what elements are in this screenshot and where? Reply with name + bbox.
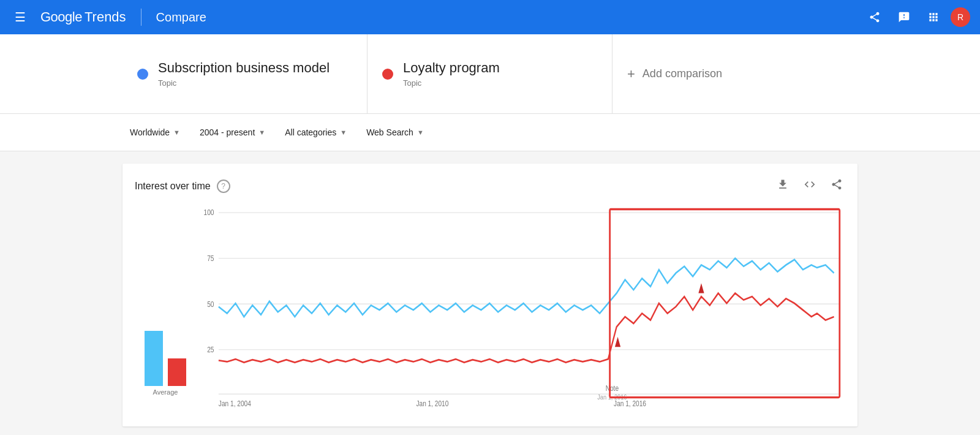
chart-svg: 100 75 50 25 Jan 1, 2004 Jan 1, 2010 Jan…: [196, 206, 845, 414]
region-filter-label: Worldwide: [130, 127, 170, 137]
main-content: Interest over time ?: [0, 151, 980, 435]
time-filter-arrow: ▼: [258, 129, 265, 136]
embed-button[interactable]: [801, 176, 818, 196]
blue-line: [219, 259, 834, 317]
term2-info: Loyalty program Topic: [403, 60, 500, 88]
card-header: Interest over time ?: [135, 176, 845, 196]
time-filter[interactable]: 2004 - present ▼: [192, 123, 273, 142]
feedback-icon: [898, 11, 910, 23]
term2-name: Loyalty program: [403, 60, 500, 76]
share-chart-button[interactable]: [828, 176, 845, 196]
search-type-filter-label: Web Search: [366, 127, 413, 137]
red-arrow-1: [615, 337, 620, 347]
svg-text:Jan 1, 2004: Jan 1, 2004: [219, 399, 251, 407]
average-bar-chart: [145, 312, 186, 386]
term1-name: Subscription business model: [158, 60, 330, 76]
search-type-filter[interactable]: Web Search ▼: [359, 123, 431, 142]
red-arrow-2: [698, 283, 704, 293]
chart-container: Average 100 75 50 25 Jan 1, 2: [135, 206, 845, 414]
bar-red: [168, 358, 186, 386]
logo-google: Google: [40, 9, 82, 25]
card-actions: [774, 176, 845, 196]
bar-blue: [145, 331, 163, 386]
highlight-box: [610, 209, 840, 397]
category-filter-arrow: ▼: [340, 129, 347, 136]
svg-text:75: 75: [207, 254, 214, 262]
term1-type: Topic: [158, 78, 330, 88]
note-label: Note: [606, 384, 619, 392]
header-icons: R: [862, 5, 970, 29]
search-area: Subscription business model Topic Loyalt…: [0, 34, 980, 151]
search-term-2[interactable]: Loyalty program Topic: [368, 34, 612, 113]
card-title: Interest over time: [135, 181, 211, 192]
interest-over-time-card: Interest over time ?: [123, 164, 858, 426]
region-filter[interactable]: Worldwide ▼: [123, 123, 187, 142]
feedback-button[interactable]: [892, 5, 916, 29]
svg-text:50: 50: [207, 300, 214, 308]
apps-button[interactable]: [921, 5, 946, 29]
chart-main: 100 75 50 25 Jan 1, 2004 Jan 1, 2010 Jan…: [196, 206, 845, 414]
category-filter-label: All categories: [285, 127, 336, 137]
time-filter-label: 2004 - present: [200, 127, 255, 137]
card-title-area: Interest over time ?: [135, 180, 230, 193]
term1-info: Subscription business model Topic: [158, 60, 330, 88]
svg-text:Jan 1, 2010: Jan 1, 2010: [416, 399, 448, 407]
chart-sidebar: Average: [135, 206, 196, 414]
region-filter-arrow: ▼: [173, 129, 180, 136]
share-icon: [869, 11, 881, 23]
red-line: [219, 293, 834, 363]
search-term-1[interactable]: Subscription business model Topic: [123, 34, 368, 113]
menu-icon[interactable]: ☰: [10, 5, 31, 29]
help-icon[interactable]: ?: [217, 180, 230, 193]
category-filter[interactable]: All categories ▼: [277, 123, 354, 142]
term1-dot: [137, 69, 148, 80]
logo: Google Trends: [40, 9, 126, 25]
logo-trends: Trends: [85, 9, 126, 25]
header: ☰ Google Trends Compare R: [0, 0, 980, 34]
add-comparison-label: Add comparison: [643, 67, 722, 80]
header-divider: [141, 9, 141, 26]
filter-bar: Worldwide ▼ 2004 - present ▼ All categor…: [0, 114, 980, 151]
search-type-filter-arrow: ▼: [417, 129, 424, 136]
svg-text:25: 25: [207, 346, 214, 354]
add-comparison-button[interactable]: + Add comparison: [612, 34, 858, 113]
term2-dot: [382, 69, 393, 80]
apps-icon: [927, 11, 940, 23]
search-terms-bar: Subscription business model Topic Loyalt…: [0, 34, 980, 114]
download-button[interactable]: [774, 176, 791, 196]
add-icon: +: [627, 66, 635, 82]
header-compare-label: Compare: [156, 10, 206, 25]
average-label: Average: [153, 388, 178, 396]
user-avatar[interactable]: R: [951, 7, 970, 27]
term2-type: Topic: [403, 78, 500, 88]
svg-text:100: 100: [204, 209, 214, 217]
share-button[interactable]: [862, 5, 887, 29]
